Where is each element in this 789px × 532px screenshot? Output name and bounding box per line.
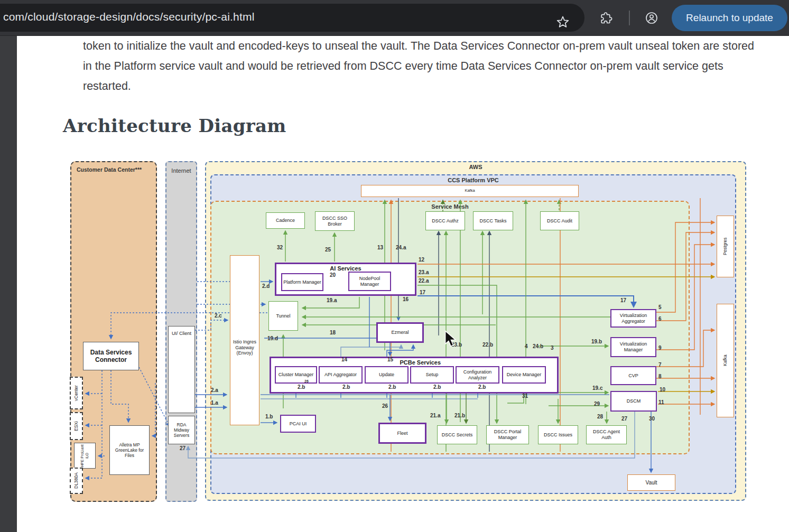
edge-label: 24.a: [396, 245, 406, 250]
edge-label: 20: [330, 272, 336, 278]
edge-label: 30: [649, 416, 655, 422]
edge-label: 19.d: [267, 335, 278, 341]
edge-label: 19.a: [327, 297, 337, 303]
edge-label: 1.a: [211, 400, 218, 406]
edge-label: 32: [277, 245, 283, 250]
edge-label: 24.b: [533, 343, 543, 349]
browser-toolbar: com/cloud/storage-design/docs/security/p…: [0, 0, 789, 36]
node-dscc-audit: DSCC Audit: [540, 211, 579, 230]
node-tunnel: Tunnel: [268, 301, 298, 331]
relaunch-to-update-button[interactable]: Relaunch to update: [672, 5, 787, 31]
edge-label: 2.b: [342, 384, 350, 390]
node-dscc-tasks: DSCC Tasks: [473, 211, 513, 230]
node-alletra-mp: Alletra MP GreenLake for Files: [109, 425, 150, 475]
node-nodepool-manager: NodePool Manager: [348, 272, 391, 291]
edge-label: 4: [525, 343, 528, 349]
edge-label: 11: [658, 399, 664, 405]
node-dscc-issues: DSCC Issues: [538, 425, 578, 444]
bookmark-star-icon[interactable]: [556, 15, 569, 28]
node-hpe-proliant: HPE ProLiant iLO: [74, 443, 96, 469]
edge-label: 2.b: [478, 384, 486, 390]
edge-label: 2.c: [215, 313, 222, 319]
edge-label: 29: [594, 401, 600, 407]
node-data-services-connector: Data Services Connector: [83, 342, 139, 370]
edge-label: 2.b: [298, 384, 305, 390]
edge-label: 27: [180, 445, 185, 451]
edge-label: 31: [522, 393, 528, 399]
node-update: Update: [365, 366, 409, 384]
edge-label: 26: [382, 403, 388, 409]
node-virtualization-manager: Virtualization Manager: [610, 337, 656, 357]
edge-label: 22.a: [419, 278, 429, 284]
edge-label: 15: [387, 357, 393, 362]
edge-label: 22.b: [482, 342, 493, 348]
edge-label: 9: [658, 345, 662, 351]
mouse-cursor: [444, 330, 458, 347]
edge-label: 2.b: [433, 384, 441, 390]
node-fleet: Fleet: [378, 423, 426, 444]
node-dscc-agent-auth: DSCC Agent Auth: [586, 425, 627, 444]
edge-label: 16: [403, 296, 409, 302]
doc-paragraph: token to initialize the vault and encode…: [83, 36, 759, 96]
edge-label: 2.d: [262, 283, 270, 289]
address-bar[interactable]: com/cloud/storage-design/docs/security/p…: [0, 4, 584, 32]
url-text[interactable]: com/cloud/storage-design/docs/security/p…: [3, 11, 255, 23]
architecture-diagram: Customer Data Center*** Internet AWS CCS…: [62, 156, 747, 506]
node-cluster-manager: Cluster Manager: [275, 366, 317, 384]
edge-label: 5: [658, 304, 662, 310]
edge-label: 18: [330, 330, 336, 335]
node-ezmeral: Ezmeral: [376, 322, 424, 343]
edge-label: 21.a: [430, 413, 440, 418]
edge-label: 17: [420, 290, 425, 295]
edge-label: 26: [304, 379, 309, 383]
node-kafka-top: Kafka: [361, 185, 579, 197]
node-configuration-analyzer: Configuration Analyzer: [456, 366, 499, 384]
node-dscc-authz: DSCC Authz: [425, 211, 465, 230]
node-dscc-secrets: DSCC Secrets: [437, 425, 477, 444]
window-edge: [0, 36, 17, 532]
node-dscc-sso-broker: DSCC SSO Broker: [315, 211, 355, 231]
node-esxi: ESXi: [70, 412, 83, 440]
edge-label: 7: [658, 362, 662, 368]
node-dscm: DSCM: [610, 391, 657, 412]
edge-label: 19.c: [592, 385, 602, 391]
node-postgres: Postgres: [717, 216, 734, 277]
edge-label: 13: [377, 245, 383, 250]
edge-label: 23.a: [419, 269, 429, 275]
edge-label: 28: [597, 414, 603, 419]
node-api-aggregator: API Aggregator: [319, 366, 363, 384]
edge-label: 27: [621, 416, 627, 422]
edge-label: 25: [325, 247, 331, 253]
node-platform-manager: Platform Manager: [281, 273, 323, 291]
node-istio-ingress-gateway: Istio Ingres Gateway (Envoy): [230, 255, 259, 425]
node-rda-midway-servers: RDA Midway Servers: [168, 416, 195, 444]
edge-label: 19.b: [591, 339, 602, 344]
edge-label: 3: [551, 345, 554, 351]
node-vault: Vault: [627, 474, 675, 491]
edge-label: 14: [341, 357, 347, 362]
edge-label: 8: [658, 374, 662, 379]
edge-label: 2.a: [211, 387, 218, 393]
node-virtualization-aggregator: Virtualization Aggregator: [610, 309, 656, 328]
node-cadence: Cadence: [266, 212, 305, 229]
node-ui-client: UI/ Client: [168, 326, 195, 413]
browser-window: com/cloud/storage-design/docs/security/p…: [0, 0, 789, 532]
edge-label: 2.b: [388, 384, 396, 390]
node-dscc-portal-manager: DSCC Portal Manager: [486, 425, 529, 444]
node-setup: Setup: [410, 366, 454, 384]
page-title: Architecture Diagram: [63, 115, 286, 136]
node-dl380a: DL380A: [70, 468, 83, 494]
node-kafka-right: Kafka: [717, 304, 734, 417]
edge-label: 21.b: [454, 413, 465, 418]
toolbar-separator: [629, 11, 630, 25]
node-cvp: CVP: [610, 366, 656, 385]
edge-label: 12: [419, 257, 424, 263]
node-vcenter: vCenter: [70, 377, 83, 409]
node-device-manager: Device Manager: [502, 366, 546, 384]
node-pcai-ui: PCAI UI: [280, 415, 316, 433]
profile-account-icon[interactable]: [645, 12, 658, 24]
edge-label: 17: [620, 297, 626, 303]
edge-label: 6: [658, 316, 662, 322]
extensions-puzzle-icon[interactable]: [600, 12, 612, 24]
edge-label: 1.b: [265, 414, 273, 419]
